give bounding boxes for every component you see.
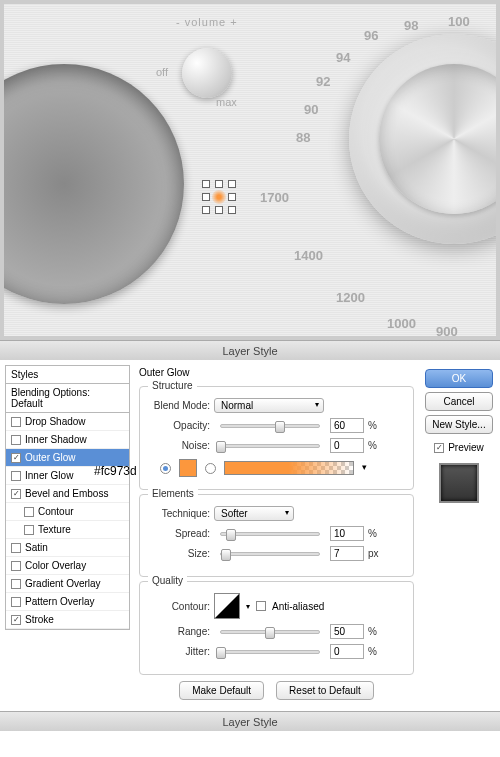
style-label: Inner Glow: [25, 470, 73, 481]
volume-label: - volume +: [176, 16, 238, 28]
jitter-input[interactable]: [330, 644, 364, 659]
style-item-pattern-overlay[interactable]: Pattern Overlay: [6, 593, 129, 611]
new-style-button[interactable]: New Style...: [425, 415, 493, 434]
structure-legend: Structure: [148, 380, 197, 391]
freq-label: 1700: [260, 190, 289, 205]
styles-header[interactable]: Styles: [6, 366, 129, 384]
style-label: Drop Shadow: [25, 416, 86, 427]
spread-slider[interactable]: [220, 532, 320, 536]
style-checkbox[interactable]: [11, 543, 21, 553]
freq-label: 92: [316, 74, 330, 89]
jitter-unit: %: [368, 646, 377, 657]
preview-checkbox[interactable]: [434, 443, 444, 453]
reset-default-button[interactable]: Reset to Default: [276, 681, 374, 700]
gradient-radio[interactable]: [205, 463, 216, 474]
freq-label: 88: [296, 130, 310, 145]
style-checkbox[interactable]: [11, 453, 21, 463]
noise-slider[interactable]: [220, 444, 320, 448]
window-title: Layer Style: [0, 340, 500, 360]
spread-input[interactable]: [330, 526, 364, 541]
style-item-inner-shadow[interactable]: Inner Shadow: [6, 431, 129, 449]
style-checkbox[interactable]: [11, 489, 21, 499]
range-input[interactable]: [330, 624, 364, 639]
style-item-color-overlay[interactable]: Color Overlay: [6, 557, 129, 575]
style-checkbox[interactable]: [11, 561, 21, 571]
noise-input[interactable]: [330, 438, 364, 453]
noise-unit: %: [368, 440, 377, 451]
style-checkbox[interactable]: [11, 435, 21, 445]
style-checkbox[interactable]: [11, 471, 21, 481]
style-label: Outer Glow: [25, 452, 76, 463]
style-label: Contour: [38, 506, 74, 517]
make-default-button[interactable]: Make Default: [179, 681, 264, 700]
freq-label: 900: [436, 324, 458, 339]
style-checkbox[interactable]: [11, 579, 21, 589]
antialiased-checkbox[interactable]: [256, 601, 266, 611]
freq-label: 90: [304, 102, 318, 117]
elements-legend: Elements: [148, 488, 198, 499]
freq-label: 100: [448, 14, 470, 29]
size-input[interactable]: [330, 546, 364, 561]
contour-picker[interactable]: [214, 593, 240, 619]
blendmode-label: Blend Mode:: [148, 400, 210, 411]
quality-fieldset: Quality Contour: ▾ Anti-aliased Range: %…: [139, 581, 414, 675]
blending-options-header[interactable]: Blending Options: Default: [6, 384, 129, 413]
settings-column: Outer Glow Structure Blend Mode: Normal …: [135, 365, 418, 706]
freq-label: 94: [336, 50, 350, 65]
selection-handles[interactable]: [202, 180, 236, 214]
window-title-2: Layer Style: [0, 711, 500, 731]
elements-fieldset: Elements Technique: Softer Spread: % Siz…: [139, 494, 414, 577]
jitter-label: Jitter:: [148, 646, 210, 657]
preview-label: Preview: [448, 442, 484, 453]
style-label: Stroke: [25, 614, 54, 625]
range-slider[interactable]: [220, 630, 320, 634]
style-checkbox[interactable]: [24, 525, 34, 535]
jitter-slider[interactable]: [220, 650, 320, 654]
contour-label: Contour:: [148, 601, 210, 612]
style-label: Texture: [38, 524, 71, 535]
glow-dot: [212, 190, 226, 204]
noise-label: Noise:: [148, 440, 210, 451]
style-item-texture[interactable]: Texture: [6, 521, 129, 539]
volume-max-label: max: [216, 96, 237, 108]
style-checkbox[interactable]: [11, 597, 21, 607]
spread-unit: %: [368, 528, 377, 539]
freq-label: 1000: [387, 316, 416, 331]
style-item-drop-shadow[interactable]: Drop Shadow: [6, 413, 129, 431]
size-slider[interactable]: [220, 552, 320, 556]
style-checkbox[interactable]: [11, 417, 21, 427]
opacity-slider[interactable]: [220, 424, 320, 428]
antialiased-label: Anti-aliased: [272, 601, 324, 612]
range-label: Range:: [148, 626, 210, 637]
volume-off-label: off: [156, 66, 168, 78]
speaker-graphic: [0, 64, 184, 304]
contour-arrow-icon[interactable]: ▾: [246, 602, 250, 611]
technique-label: Technique:: [148, 508, 210, 519]
range-unit: %: [368, 626, 377, 637]
opacity-input[interactable]: [330, 418, 364, 433]
style-item-gradient-overlay[interactable]: Gradient Overlay: [6, 575, 129, 593]
style-item-stroke[interactable]: Stroke: [6, 611, 129, 629]
style-label: Bevel and Emboss: [25, 488, 108, 499]
styles-column: Styles Blending Options: Default Drop Sh…: [5, 365, 130, 706]
style-checkbox[interactable]: [11, 615, 21, 625]
opacity-unit: %: [368, 420, 377, 431]
technique-dropdown[interactable]: Softer: [214, 506, 294, 521]
quality-legend: Quality: [148, 575, 187, 586]
glow-color-swatch[interactable]: [179, 459, 197, 477]
style-item-bevel-and-emboss[interactable]: Bevel and Emboss: [6, 485, 129, 503]
canvas-preview: - volume + off max 969810094929088170014…: [0, 0, 500, 340]
annotation-color-hex: #fc973d: [94, 464, 137, 478]
style-item-contour[interactable]: Contour: [6, 503, 129, 521]
blendmode-dropdown[interactable]: Normal: [214, 398, 324, 413]
ok-button[interactable]: OK: [425, 369, 493, 388]
size-unit: px: [368, 548, 379, 559]
gradient-picker[interactable]: [224, 461, 354, 475]
style-label: Pattern Overlay: [25, 596, 94, 607]
volume-knob-graphic: [182, 48, 232, 98]
freq-label: 98: [404, 18, 418, 33]
style-item-satin[interactable]: Satin: [6, 539, 129, 557]
style-checkbox[interactable]: [24, 507, 34, 517]
solid-color-radio[interactable]: [160, 463, 171, 474]
cancel-button[interactable]: Cancel: [425, 392, 493, 411]
